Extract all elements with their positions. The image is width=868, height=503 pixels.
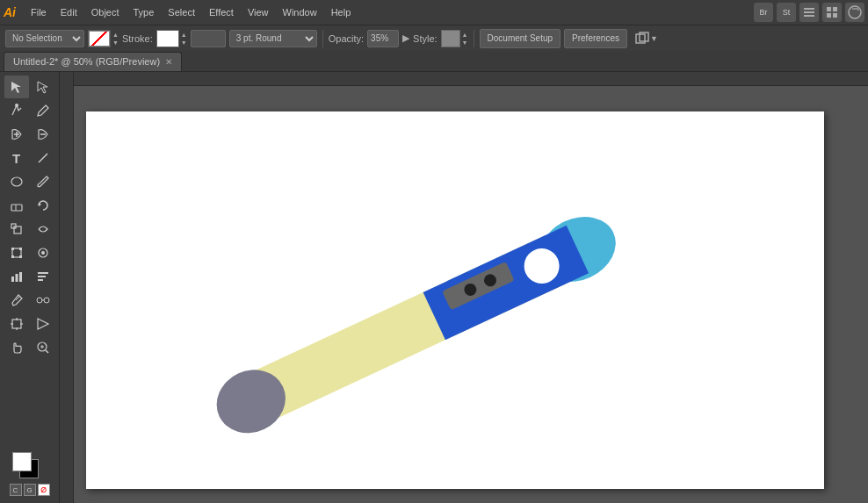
extras-icon[interactable] — [822, 3, 842, 22]
style-spinner[interactable]: ▲▼ — [462, 31, 468, 47]
fill-swatch[interactable] — [12, 452, 32, 471]
menu-effect[interactable]: Effect — [203, 5, 240, 19]
type-tool[interactable]: T — [4, 147, 29, 169]
svg-rect-0 — [804, 8, 814, 10]
svg-rect-25 — [19, 255, 22, 258]
stock-icon[interactable]: St — [777, 3, 796, 22]
svg-marker-18 — [39, 203, 41, 206]
direct-select-tool[interactable] — [31, 75, 55, 98]
stroke-width-field[interactable] — [191, 30, 226, 47]
tabs: Untitled-2* @ 50% (RGB/Preview) ✕ — [0, 51, 868, 72]
scale-tool[interactable] — [4, 218, 29, 241]
fill-color[interactable] — [88, 30, 111, 47]
gradient-mode-icon[interactable]: G — [24, 484, 36, 496]
rotate-tool[interactable] — [31, 194, 55, 217]
eyedropper-tool[interactable] — [4, 289, 29, 312]
left-toolbar: T — [0, 72, 60, 503]
svg-rect-23 — [19, 248, 22, 250]
stroke-label: Stroke: — [122, 33, 153, 44]
ellipse-tool[interactable] — [4, 170, 29, 193]
menu-help[interactable]: Help — [325, 5, 358, 19]
svg-rect-32 — [38, 276, 46, 277]
svg-rect-22 — [11, 248, 14, 250]
pencil-tool[interactable] — [31, 99, 55, 122]
svg-rect-38 — [12, 320, 21, 328]
tab-close-button[interactable]: ✕ — [165, 57, 172, 67]
svg-rect-1 — [804, 11, 814, 13]
zoom-tool[interactable] — [31, 336, 55, 359]
menu-type[interactable]: Type — [127, 5, 161, 19]
tool-row-5 — [0, 170, 59, 193]
svg-rect-2 — [804, 15, 814, 17]
menu-select[interactable]: Select — [162, 5, 201, 19]
svg-rect-16 — [11, 205, 22, 211]
stroke-spinner[interactable]: ▲▼ — [181, 31, 187, 47]
style-color[interactable] — [441, 30, 460, 47]
tab-untitled[interactable]: Untitled-2* @ 50% (RGB/Preview) ✕ — [4, 52, 182, 71]
tool-row-11 — [0, 313, 59, 335]
document-setup-button[interactable]: Document Setup — [480, 29, 561, 48]
stroke-color[interactable] — [156, 30, 179, 47]
fill-spinner[interactable]: ▲▼ — [112, 31, 119, 47]
menu-edit[interactable]: Edit — [54, 5, 83, 19]
opacity-field[interactable] — [367, 30, 399, 47]
blend-tool[interactable] — [31, 289, 55, 312]
svg-rect-29 — [15, 274, 18, 282]
warp-tool[interactable] — [31, 218, 55, 241]
svg-rect-3 — [827, 7, 831, 11]
opacity-label: Opacity: — [329, 33, 364, 44]
tool-row-12 — [0, 336, 59, 359]
selection-tool[interactable] — [4, 75, 29, 98]
menu-file[interactable]: File — [25, 5, 53, 19]
main-area: T — [0, 72, 868, 503]
add-anchor-tool[interactable] — [4, 123, 29, 146]
color-mode-icon[interactable]: C — [10, 484, 22, 496]
opacity-expand[interactable]: ▶ — [402, 32, 409, 44]
style-label: Style: — [413, 33, 438, 44]
tab-label: Untitled-2* @ 50% (RGB/Preview) — [13, 56, 160, 67]
horizontal-ruler — [60, 72, 868, 86]
libraries-icon[interactable] — [799, 3, 819, 22]
tool-row-7 — [0, 218, 59, 241]
selection-dropdown[interactable]: No Selection — [5, 30, 84, 47]
separator-1 — [322, 30, 323, 47]
vertical-ruler — [60, 72, 74, 503]
line-tool[interactable] — [31, 147, 55, 169]
preferences-button[interactable]: Preferences — [564, 29, 627, 48]
free-transform-tool[interactable] — [4, 241, 29, 264]
paintbrush-tool[interactable] — [31, 170, 55, 193]
tool-row-3 — [0, 123, 59, 146]
eraser-tool[interactable] — [4, 194, 29, 217]
swatch-mode-icons: C G ∅ — [10, 484, 50, 496]
slice-tool[interactable] — [31, 313, 55, 335]
svg-point-27 — [41, 251, 45, 255]
document-canvas — [86, 111, 824, 489]
sync-icon[interactable] — [845, 3, 864, 22]
menu-object[interactable]: Object — [85, 5, 126, 19]
stroke-options[interactable]: 3 pt. Round — [229, 30, 317, 47]
menu-view[interactable]: View — [242, 5, 275, 19]
delete-anchor-tool[interactable] — [31, 123, 55, 146]
svg-rect-5 — [827, 13, 831, 18]
tool-row-8 — [0, 241, 59, 264]
none-mode-icon[interactable]: ∅ — [38, 484, 50, 496]
menu-window[interactable]: Window — [277, 5, 323, 19]
artboard-tool[interactable] — [4, 313, 29, 335]
bridge-icon[interactable]: Br — [754, 3, 773, 22]
arrange-icon[interactable]: ▼ — [634, 31, 658, 47]
symbol-tool[interactable] — [31, 241, 55, 264]
svg-line-44 — [46, 350, 48, 353]
hand-tool[interactable] — [4, 336, 29, 359]
pen-tool[interactable] — [4, 99, 29, 122]
svg-point-36 — [44, 298, 49, 303]
canvas-area — [60, 72, 868, 503]
bar-chart-tool[interactable] — [31, 265, 55, 288]
svg-rect-19 — [14, 226, 21, 234]
svg-rect-31 — [38, 272, 48, 274]
color-swatches: C G ∅ — [0, 447, 59, 499]
svg-rect-33 — [38, 279, 43, 281]
tool-row-1 — [0, 75, 59, 98]
graph-tool[interactable] — [4, 265, 29, 288]
tool-row-9 — [0, 265, 59, 288]
svg-rect-4 — [833, 7, 837, 11]
